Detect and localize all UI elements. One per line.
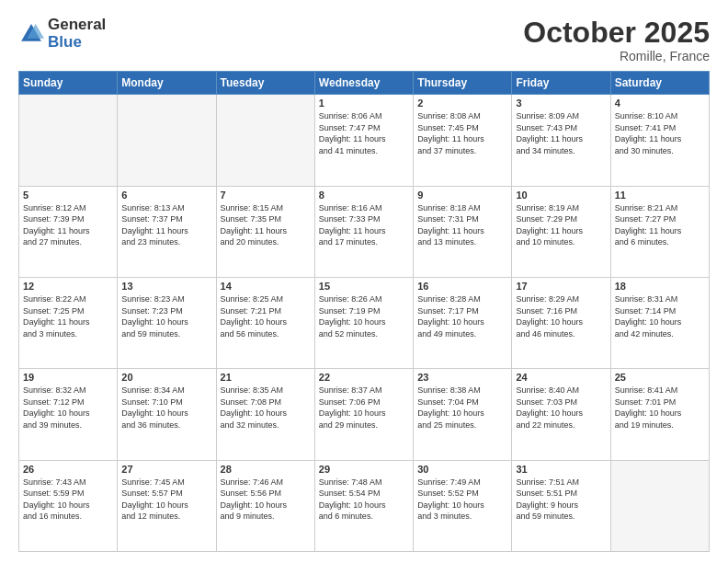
title-block: October 2025 Romille, France — [523, 17, 710, 63]
day-number: 6 — [121, 190, 211, 201]
day-info: Sunrise: 8:35 AM Sunset: 7:08 PM Dayligh… — [221, 385, 311, 431]
weekday-header-monday: Monday — [118, 72, 216, 95]
day-number: 26 — [23, 464, 113, 475]
day-number: 5 — [23, 190, 113, 201]
day-info: Sunrise: 8:09 AM Sunset: 7:43 PM Dayligh… — [516, 110, 606, 156]
day-info: Sunrise: 8:08 AM Sunset: 7:45 PM Dayligh… — [417, 110, 507, 156]
day-info: Sunrise: 7:46 AM Sunset: 5:56 PM Dayligh… — [221, 477, 311, 523]
logo-text: General Blue — [48, 17, 106, 51]
day-number: 14 — [221, 281, 311, 292]
calendar-cell: 9Sunrise: 8:18 AM Sunset: 7:31 PM Daylig… — [414, 186, 512, 277]
day-number: 30 — [417, 464, 507, 475]
weekday-header-tuesday: Tuesday — [216, 72, 314, 95]
day-number: 3 — [516, 98, 606, 109]
page: General Blue October 2025 Romille, Franc… — [0, 0, 728, 563]
logo: General Blue — [18, 17, 106, 51]
day-info: Sunrise: 8:29 AM Sunset: 7:16 PM Dayligh… — [516, 293, 606, 339]
calendar-cell: 27Sunrise: 7:45 AM Sunset: 5:57 PM Dayli… — [118, 460, 216, 551]
day-number: 1 — [319, 98, 409, 109]
day-info: Sunrise: 8:19 AM Sunset: 7:29 PM Dayligh… — [516, 202, 606, 248]
calendar-cell: 13Sunrise: 8:23 AM Sunset: 7:23 PM Dayli… — [118, 277, 216, 368]
day-info: Sunrise: 7:45 AM Sunset: 5:57 PM Dayligh… — [121, 477, 211, 523]
day-number: 22 — [319, 372, 409, 383]
day-info: Sunrise: 7:51 AM Sunset: 5:51 PM Dayligh… — [516, 477, 606, 523]
day-number: 25 — [615, 372, 705, 383]
location-subtitle: Romille, France — [523, 49, 710, 63]
day-number: 24 — [516, 372, 606, 383]
calendar-cell — [19, 95, 118, 186]
calendar-cell: 4Sunrise: 8:10 AM Sunset: 7:41 PM Daylig… — [610, 95, 709, 186]
calendar-cell: 31Sunrise: 7:51 AM Sunset: 5:51 PM Dayli… — [512, 460, 610, 551]
day-info: Sunrise: 8:13 AM Sunset: 7:37 PM Dayligh… — [121, 202, 211, 248]
calendar-cell: 24Sunrise: 8:40 AM Sunset: 7:03 PM Dayli… — [512, 369, 610, 460]
calendar-cell: 28Sunrise: 7:46 AM Sunset: 5:56 PM Dayli… — [216, 460, 314, 551]
day-info: Sunrise: 8:10 AM Sunset: 7:41 PM Dayligh… — [615, 110, 705, 156]
calendar-cell: 30Sunrise: 7:49 AM Sunset: 5:52 PM Dayli… — [414, 460, 512, 551]
calendar-cell — [216, 95, 314, 186]
weekday-header-friday: Friday — [512, 72, 610, 95]
weekday-header-saturday: Saturday — [610, 72, 709, 95]
day-number: 18 — [615, 281, 705, 292]
calendar-cell: 23Sunrise: 8:38 AM Sunset: 7:04 PM Dayli… — [414, 369, 512, 460]
day-number: 9 — [417, 190, 507, 201]
calendar-cell: 5Sunrise: 8:12 AM Sunset: 7:39 PM Daylig… — [19, 186, 118, 277]
day-number: 8 — [319, 190, 409, 201]
day-info: Sunrise: 8:38 AM Sunset: 7:04 PM Dayligh… — [417, 385, 507, 431]
day-info: Sunrise: 8:23 AM Sunset: 7:23 PM Dayligh… — [121, 293, 211, 339]
calendar-cell: 11Sunrise: 8:21 AM Sunset: 7:27 PM Dayli… — [610, 186, 709, 277]
header: General Blue October 2025 Romille, Franc… — [18, 17, 710, 63]
day-number: 21 — [221, 372, 311, 383]
calendar-cell: 16Sunrise: 8:28 AM Sunset: 7:17 PM Dayli… — [414, 277, 512, 368]
day-info: Sunrise: 8:37 AM Sunset: 7:06 PM Dayligh… — [319, 385, 409, 431]
day-info: Sunrise: 8:18 AM Sunset: 7:31 PM Dayligh… — [417, 202, 507, 248]
calendar-cell: 21Sunrise: 8:35 AM Sunset: 7:08 PM Dayli… — [216, 369, 314, 460]
weekday-header-sunday: Sunday — [19, 72, 118, 95]
day-info: Sunrise: 8:22 AM Sunset: 7:25 PM Dayligh… — [23, 293, 113, 339]
day-info: Sunrise: 8:06 AM Sunset: 7:47 PM Dayligh… — [319, 110, 409, 156]
day-info: Sunrise: 8:15 AM Sunset: 7:35 PM Dayligh… — [221, 202, 311, 248]
day-number: 16 — [417, 281, 507, 292]
day-number: 27 — [121, 464, 211, 475]
calendar-cell — [610, 460, 709, 551]
day-info: Sunrise: 8:16 AM Sunset: 7:33 PM Dayligh… — [319, 202, 409, 248]
month-title: October 2025 — [523, 17, 710, 49]
day-info: Sunrise: 8:12 AM Sunset: 7:39 PM Dayligh… — [23, 202, 113, 248]
day-number: 4 — [615, 98, 705, 109]
day-number: 20 — [121, 372, 211, 383]
calendar-cell: 25Sunrise: 8:41 AM Sunset: 7:01 PM Dayli… — [610, 369, 709, 460]
day-number: 23 — [417, 372, 507, 383]
day-info: Sunrise: 7:43 AM Sunset: 5:59 PM Dayligh… — [23, 477, 113, 523]
calendar-cell: 20Sunrise: 8:34 AM Sunset: 7:10 PM Dayli… — [118, 369, 216, 460]
day-number: 7 — [221, 190, 311, 201]
calendar-cell: 1Sunrise: 8:06 AM Sunset: 7:47 PM Daylig… — [314, 95, 413, 186]
calendar-cell: 2Sunrise: 8:08 AM Sunset: 7:45 PM Daylig… — [414, 95, 512, 186]
calendar-cell: 14Sunrise: 8:25 AM Sunset: 7:21 PM Dayli… — [216, 277, 314, 368]
day-info: Sunrise: 8:40 AM Sunset: 7:03 PM Dayligh… — [516, 385, 606, 431]
logo-icon — [18, 21, 44, 47]
day-number: 19 — [23, 372, 113, 383]
day-number: 13 — [121, 281, 211, 292]
day-info: Sunrise: 8:26 AM Sunset: 7:19 PM Dayligh… — [319, 293, 409, 339]
day-info: Sunrise: 8:41 AM Sunset: 7:01 PM Dayligh… — [615, 385, 705, 431]
logo-blue: Blue — [48, 34, 106, 52]
calendar-cell: 19Sunrise: 8:32 AM Sunset: 7:12 PM Dayli… — [19, 369, 118, 460]
day-info: Sunrise: 7:48 AM Sunset: 5:54 PM Dayligh… — [319, 477, 409, 523]
calendar-cell: 3Sunrise: 8:09 AM Sunset: 7:43 PM Daylig… — [512, 95, 610, 186]
day-info: Sunrise: 7:49 AM Sunset: 5:52 PM Dayligh… — [417, 477, 507, 523]
day-info: Sunrise: 8:21 AM Sunset: 7:27 PM Dayligh… — [615, 202, 705, 248]
calendar-cell — [118, 95, 216, 186]
day-number: 10 — [516, 190, 606, 201]
calendar-table: SundayMondayTuesdayWednesdayThursdayFrid… — [18, 71, 710, 552]
day-number: 31 — [516, 464, 606, 475]
day-number: 15 — [319, 281, 409, 292]
day-number: 28 — [221, 464, 311, 475]
calendar-cell: 18Sunrise: 8:31 AM Sunset: 7:14 PM Dayli… — [610, 277, 709, 368]
day-info: Sunrise: 8:32 AM Sunset: 7:12 PM Dayligh… — [23, 385, 113, 431]
day-number: 29 — [319, 464, 409, 475]
calendar-cell: 15Sunrise: 8:26 AM Sunset: 7:19 PM Dayli… — [314, 277, 413, 368]
calendar-cell: 26Sunrise: 7:43 AM Sunset: 5:59 PM Dayli… — [19, 460, 118, 551]
day-number: 11 — [615, 190, 705, 201]
calendar-cell: 17Sunrise: 8:29 AM Sunset: 7:16 PM Dayli… — [512, 277, 610, 368]
calendar-cell: 8Sunrise: 8:16 AM Sunset: 7:33 PM Daylig… — [314, 186, 413, 277]
day-info: Sunrise: 8:28 AM Sunset: 7:17 PM Dayligh… — [417, 293, 507, 339]
